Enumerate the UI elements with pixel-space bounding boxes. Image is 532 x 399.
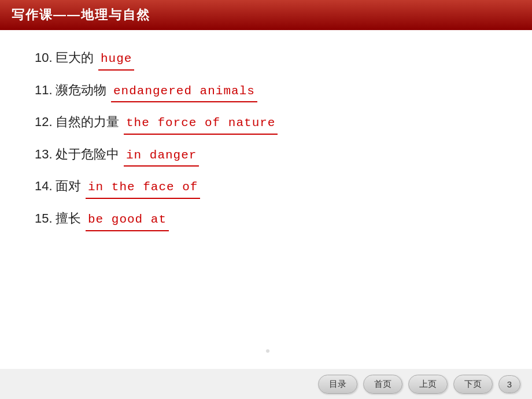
footer-nav: 目录 首页 上页 下页 3 xyxy=(0,369,532,399)
item-number: 10. xyxy=(35,47,53,68)
item-number: 15. xyxy=(35,208,53,228)
item-answer: huge xyxy=(98,49,134,71)
item-chinese: 濒危动物 xyxy=(56,80,106,100)
item-number: 12. xyxy=(35,112,53,132)
page-title: 写作课——地理与自然 xyxy=(12,6,150,24)
item-answer: in the face of xyxy=(86,178,200,199)
item-chinese: 自然的力量 xyxy=(56,112,119,132)
vocab-item-12: 12.自然的力量the force of nature xyxy=(35,112,497,135)
nav-btn-prev[interactable]: 上页 xyxy=(408,375,448,394)
item-number: 14. xyxy=(35,176,53,196)
dot-decoration xyxy=(266,349,269,353)
item-chinese: 处于危险中 xyxy=(56,144,119,164)
item-chinese: 巨大的 xyxy=(56,47,94,68)
vocab-item-14: 14.面对in the face of xyxy=(35,176,497,199)
nav-btn-next[interactable]: 下页 xyxy=(453,375,493,394)
nav-btn-catalog[interactable]: 目录 xyxy=(318,375,357,394)
item-answer: the force of nature xyxy=(124,113,278,135)
page-number: 3 xyxy=(498,375,520,393)
main-content: 10.巨大的huge11.濒危动物endangered animals12.自然… xyxy=(0,30,532,252)
nav-btn-home[interactable]: 首页 xyxy=(363,375,402,394)
item-chinese: 擅长 xyxy=(56,208,81,228)
item-number: 11. xyxy=(35,80,53,100)
item-answer: endangered animals xyxy=(111,82,257,103)
vocab-item-11: 11.濒危动物endangered animals xyxy=(35,80,497,103)
vocab-item-10: 10.巨大的huge xyxy=(35,47,497,71)
page-header: 写作课——地理与自然 xyxy=(0,0,532,30)
item-answer: be good at xyxy=(86,210,169,231)
item-number: 13. xyxy=(35,144,53,164)
item-chinese: 面对 xyxy=(56,176,81,196)
item-answer: in danger xyxy=(124,146,199,167)
vocab-item-15: 15.擅长be good at xyxy=(35,208,497,231)
vocab-item-13: 13.处于危险中in danger xyxy=(35,144,497,167)
